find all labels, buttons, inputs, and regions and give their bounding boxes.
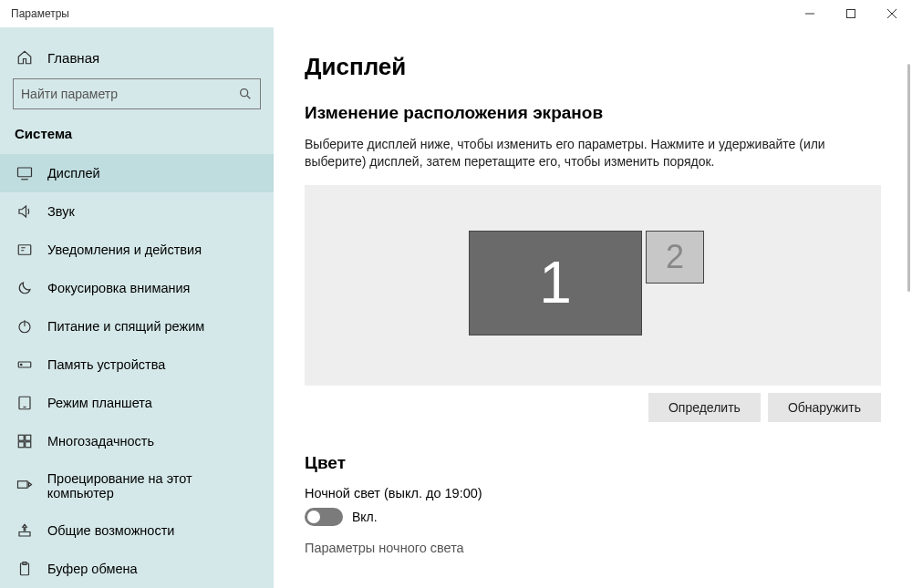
- toggle-state-label: Вкл.: [352, 510, 378, 524]
- shared-icon: [15, 522, 35, 539]
- maximize-button[interactable]: [830, 0, 871, 27]
- sidebar-item-focus[interactable]: Фокусировка внимания: [0, 269, 274, 307]
- sidebar-item-label: Память устройства: [47, 357, 165, 372]
- arrange-description: Выберите дисплей ниже, чтобы изменить ег…: [305, 136, 870, 170]
- window-controls: [789, 0, 912, 27]
- sidebar-item-label: Буфер обмена: [47, 562, 138, 576]
- search-input[interactable]: [21, 87, 238, 101]
- identify-button[interactable]: Определить: [648, 393, 761, 422]
- svg-line-5: [247, 96, 250, 98]
- sidebar-item-label: Звук: [47, 204, 75, 219]
- sidebar-item-shared[interactable]: Общие возможности: [0, 511, 274, 550]
- content-area: Дисплей Изменение расположения экранов В…: [274, 27, 912, 588]
- clipboard-icon: [15, 561, 35, 577]
- storage-icon: [15, 356, 35, 373]
- monitor-1[interactable]: 1: [469, 231, 642, 335]
- monitor-icon: [15, 165, 35, 181]
- svg-rect-18: [26, 442, 31, 448]
- sidebar-item-storage[interactable]: Память устройства: [0, 346, 274, 384]
- multitask-icon: [15, 433, 35, 449]
- svg-point-12: [21, 364, 23, 366]
- sidebar-item-label: Многозадачность: [47, 434, 154, 449]
- color-heading: Цвет: [305, 453, 881, 473]
- sidebar-item-label: Режим планшета: [47, 396, 152, 410]
- notification-icon: [15, 242, 35, 258]
- category-label: Система: [0, 126, 274, 154]
- monitor-2[interactable]: 2: [646, 231, 704, 284]
- sidebar-item-label: Уведомления и действия: [47, 242, 202, 257]
- svg-point-4: [241, 89, 248, 97]
- sidebar-item-tablet[interactable]: Режим планшета: [0, 384, 274, 422]
- page-title: Дисплей: [305, 53, 881, 81]
- window-title: Параметры: [11, 7, 69, 20]
- night-light-settings-link[interactable]: Параметры ночного света: [305, 541, 881, 555]
- toggle-knob: [307, 511, 320, 523]
- sidebar-item-sound[interactable]: Звук: [0, 192, 274, 231]
- close-button[interactable]: [871, 0, 912, 27]
- project-icon: [15, 478, 35, 494]
- sidebar-item-display[interactable]: Дисплей: [0, 154, 274, 192]
- svg-rect-16: [26, 435, 31, 440]
- search-icon: [238, 87, 253, 101]
- sidebar-item-label: Фокусировка внимания: [47, 281, 190, 295]
- sidebar-item-multitasking[interactable]: Многозадачность: [0, 422, 274, 460]
- sidebar-item-label: Проецирование на этот компьютер: [47, 471, 259, 500]
- titlebar: Параметры: [0, 0, 912, 27]
- arrange-buttons: Определить Обнаружить: [305, 393, 881, 422]
- sidebar-item-power[interactable]: Питание и спящий режим: [0, 307, 274, 346]
- sidebar-item-label: Питание и спящий режим: [47, 319, 204, 334]
- nav-list: Дисплей Звук Уведомления и действия Фоку…: [0, 154, 274, 588]
- svg-rect-6: [18, 168, 32, 177]
- night-light-toggle[interactable]: [305, 508, 343, 526]
- speaker-icon: [15, 203, 35, 220]
- moon-icon: [15, 280, 35, 296]
- sidebar-item-notifications[interactable]: Уведомления и действия: [0, 231, 274, 269]
- monitor-1-label: 1: [539, 249, 572, 316]
- display-arrange-area[interactable]: 1 2: [305, 185, 881, 386]
- monitor-2-label: 2: [666, 238, 684, 276]
- sidebar-item-label: Общие возможности: [47, 523, 174, 538]
- detect-button[interactable]: Обнаружить: [768, 393, 881, 422]
- sidebar-item-label: Дисплей: [47, 166, 100, 181]
- svg-rect-1: [846, 10, 855, 18]
- svg-rect-19: [17, 481, 27, 489]
- sidebar-item-clipboard[interactable]: Буфер обмена: [0, 550, 274, 588]
- svg-rect-17: [18, 442, 24, 448]
- scrollbar[interactable]: [907, 64, 910, 292]
- night-light-label: Ночной свет (выкл. до 19:00): [305, 486, 881, 500]
- svg-rect-15: [18, 435, 24, 440]
- svg-rect-8: [18, 245, 31, 255]
- sidebar-item-projecting[interactable]: Проецирование на этот компьютер: [0, 460, 274, 511]
- home-icon: [15, 49, 35, 66]
- sidebar: Главная Система Дисплей Звук: [0, 27, 274, 588]
- tablet-icon: [15, 395, 35, 411]
- search-box[interactable]: [13, 78, 261, 109]
- home-button[interactable]: Главная: [0, 42, 274, 78]
- arrange-heading: Изменение расположения экранов: [305, 103, 881, 123]
- home-label: Главная: [47, 50, 99, 66]
- minimize-button[interactable]: [789, 0, 830, 27]
- power-icon: [15, 318, 35, 335]
